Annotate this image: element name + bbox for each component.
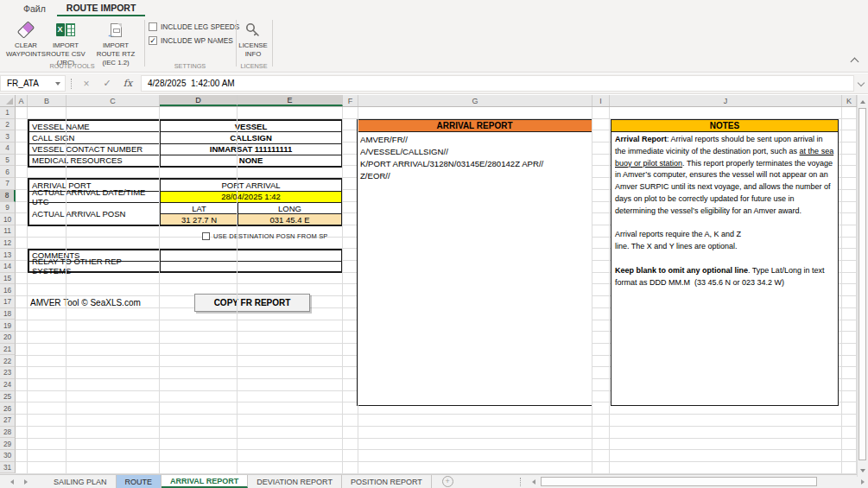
cell-value[interactable]: NONE <box>161 155 341 166</box>
ata-label-cell[interactable]: ACTUAL ARRIVAL DATE/TIME UTC <box>29 192 161 203</box>
table-row: VESSEL CONTACT NUMBERINMARSAT 111111111 <box>29 144 341 155</box>
horizontal-scrollbar[interactable] <box>518 475 868 488</box>
column-header-g[interactable]: G <box>358 95 592 106</box>
column-header-b[interactable]: B <box>28 95 67 106</box>
ata-value-cell[interactable]: 28/04/2025 1:42 <box>161 192 341 203</box>
column-header-a[interactable]: A <box>16 95 28 106</box>
row-header-14[interactable]: 14 <box>0 261 16 273</box>
row-header-31[interactable]: 31 <box>0 462 16 474</box>
row-header-18[interactable]: 18 <box>0 308 16 320</box>
ribbon-checkbox-include-wp-names[interactable]: ✓INCLUDE WP NAMES <box>149 36 239 45</box>
lat-value-cell[interactable]: 31 27.7 N <box>161 214 238 225</box>
row-header-26[interactable]: 26 <box>0 402 16 415</box>
vertical-scrollbar-thumb[interactable] <box>858 108 866 460</box>
sheet-nav-right-icon[interactable] <box>19 475 33 488</box>
row-header-20[interactable]: 20 <box>0 332 16 344</box>
file-menu-tab[interactable]: Файл <box>12 0 57 16</box>
use-destination-posn-checkbox[interactable]: USE DESTINATION POSN FROM SP <box>202 232 328 240</box>
row-header-9[interactable]: 9 <box>0 202 16 214</box>
row-header-2[interactable]: 2 <box>0 119 16 131</box>
column-header-i[interactable]: I <box>592 95 610 106</box>
row-header-29[interactable]: 29 <box>0 438 16 450</box>
row-header-17[interactable]: 17 <box>0 296 16 308</box>
row-header-23[interactable]: 23 <box>0 367 16 379</box>
copy-fr-report-button[interactable]: COPY FR REPORT <box>194 294 310 312</box>
row-header-30[interactable]: 30 <box>0 450 16 462</box>
row-header-5[interactable]: 5 <box>0 155 16 167</box>
row-header-15[interactable]: 15 <box>0 273 16 285</box>
cancel-entry-icon[interactable]: × <box>76 75 97 92</box>
row-header-13[interactable]: 13 <box>0 249 16 261</box>
sheet-tab-arrival-report[interactable]: ARRIVAL REPORT <box>162 475 248 488</box>
cell-label[interactable]: CALL SIGN <box>29 132 161 143</box>
scrollbar-grip[interactable] <box>520 478 525 486</box>
row-header-12[interactable]: 12 <box>0 238 16 250</box>
row-header-4[interactable]: 4 <box>0 143 16 155</box>
row-header-24[interactable]: 24 <box>0 379 16 391</box>
cell-label[interactable]: VESSEL NAME <box>29 121 161 131</box>
license-info-button[interactable]: LICENSE INFO <box>234 19 272 59</box>
scroll-up-icon[interactable] <box>858 96 868 107</box>
sheet-tab-position-report[interactable]: POSITION REPORT <box>342 475 432 488</box>
row-header-8[interactable]: 8 <box>0 190 16 202</box>
gridline <box>27 107 28 474</box>
arrival-port-value-cell[interactable]: PORT ARRIVAL <box>161 180 341 191</box>
long-value-cell[interactable]: 031 45.4 E <box>238 214 341 225</box>
scroll-right-icon[interactable] <box>857 476 868 487</box>
sheet-tab-deviation-report[interactable]: DEVIATION REPORT <box>248 475 342 488</box>
row-header-27[interactable]: 27 <box>0 415 16 427</box>
row-header-3[interactable]: 3 <box>0 130 16 143</box>
name-box-dropdown-icon[interactable] <box>51 75 65 92</box>
insert-function-icon[interactable]: fx <box>117 75 138 92</box>
collapse-ribbon-icon[interactable] <box>851 58 859 67</box>
row-header-7[interactable]: 7 <box>0 178 16 190</box>
row-header-21[interactable]: 21 <box>0 344 16 356</box>
column-header-f[interactable]: F <box>343 95 358 106</box>
sheet-canvas[interactable]: VESSEL NAMEVESSELCALL SIGNCALLSIGNVESSEL… <box>16 107 857 474</box>
cell-label[interactable]: MEDICAL RESOURCES <box>29 155 161 166</box>
select-all-corner[interactable] <box>0 95 16 106</box>
lat-header-cell[interactable]: LAT <box>161 203 238 213</box>
confirm-entry-icon[interactable]: ✓ <box>97 75 117 92</box>
scroll-left-icon[interactable] <box>528 476 539 487</box>
row-header-22[interactable]: 22 <box>0 355 16 367</box>
sheet-tab-route[interactable]: ROUTE <box>117 475 162 488</box>
excel-window: Файл ROUTE IMPORT CLEAR WAYPOINTS X IMPO… <box>0 0 868 488</box>
vertical-scrollbar[interactable] <box>857 95 868 477</box>
long-header-cell[interactable]: LONG <box>238 203 341 213</box>
route-file-import-icon: ← <box>91 19 141 41</box>
column-header-j[interactable]: J <box>610 95 842 106</box>
column-header-e[interactable]: E <box>238 95 343 106</box>
new-sheet-icon[interactable]: + <box>442 476 453 487</box>
ribbon-checkbox-include-leg-speeds[interactable]: INCLUDE LEG SPEEDS <box>149 22 239 31</box>
row-header-28[interactable]: 28 <box>0 427 16 439</box>
import-route-csv-button[interactable]: X IMPORT ROUTE CSV (JRC) <box>41 19 91 67</box>
row-header-11[interactable]: 11 <box>0 225 16 238</box>
horizontal-scrollbar-thumb[interactable] <box>541 477 817 486</box>
tab-route-import[interactable]: ROUTE IMPORT <box>57 0 146 16</box>
expand-formula-bar-icon[interactable] <box>858 79 865 86</box>
row-header-1[interactable]: 1 <box>0 107 16 119</box>
column-header-k[interactable]: K <box>842 95 857 106</box>
row-header-25[interactable]: 25 <box>0 391 16 403</box>
column-header-c[interactable]: C <box>67 95 160 106</box>
row-header-16[interactable]: 16 <box>0 284 16 296</box>
row-header-10[interactable]: 10 <box>0 213 16 225</box>
sheet-tab-sailing-plan[interactable]: SAILING PLAN <box>45 475 117 488</box>
cell-label[interactable]: RELAY TO OTHER REP SYSTEMS <box>29 262 161 272</box>
cell-value[interactable] <box>161 262 341 272</box>
cell-label[interactable]: VESSEL CONTACT NUMBER <box>29 144 161 155</box>
formula-input[interactable]: 4/28/2025 1:42:00 AM <box>141 75 854 92</box>
cell-value[interactable]: CALLSIGN <box>161 132 341 143</box>
cell-value[interactable]: VESSEL <box>161 121 341 131</box>
formula-bar-grip[interactable] <box>71 79 73 89</box>
row-header-6[interactable]: 6 <box>0 166 16 178</box>
arrival-posn-label-cell[interactable]: ACTUAL ARRIVAL POSN <box>29 203 161 225</box>
scroll-down-icon[interactable] <box>858 465 868 476</box>
row-header-19[interactable]: 19 <box>0 320 16 332</box>
cell-value[interactable]: INMARSAT 111111111 <box>161 144 341 155</box>
column-header-d[interactable]: D <box>160 95 238 106</box>
sheet-nav-left-icon[interactable] <box>5 475 19 488</box>
cell-value[interactable] <box>161 250 341 261</box>
import-route-rtz-button[interactable]: ← IMPORT ROUTE RTZ (IEC 1.2) <box>91 19 141 67</box>
